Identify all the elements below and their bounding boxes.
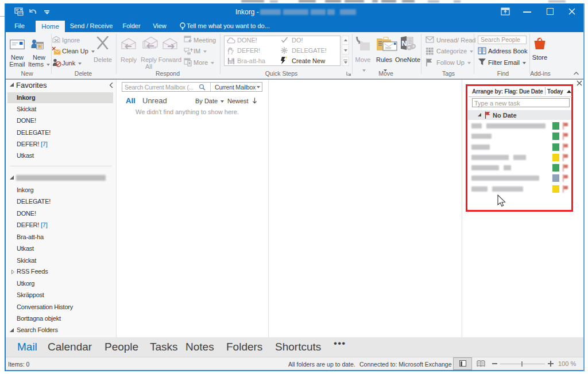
svg-text:N: N	[401, 39, 407, 48]
